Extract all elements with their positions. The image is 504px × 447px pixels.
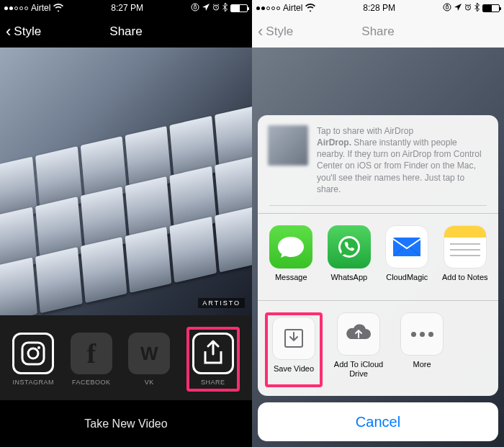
share-label: VK xyxy=(145,379,154,386)
cloudmagic-icon xyxy=(385,225,428,268)
back-label: Style xyxy=(266,24,293,39)
share-message-button[interactable]: Message xyxy=(264,225,318,292)
action-label: Add To iCloud Drive xyxy=(331,360,386,379)
svg-point-3 xyxy=(28,348,38,358)
save-video-icon xyxy=(272,317,315,360)
airdrop-section[interactable]: Tap to share with AirDrop AirDrop. Share… xyxy=(258,115,498,205)
svg-rect-2 xyxy=(22,343,44,364)
app-label: Add to Notes xyxy=(442,273,488,292)
cancel-button[interactable]: Cancel xyxy=(258,402,498,441)
highlight-save-video: Save Video xyxy=(265,312,323,387)
bluetooth-icon xyxy=(222,3,228,13)
clock-label: 8:27 PM xyxy=(111,3,143,13)
carrier-label: Airtel xyxy=(283,3,302,13)
alarm-icon xyxy=(464,4,472,12)
share-icon xyxy=(192,333,234,374)
share-label: SHARE xyxy=(201,379,225,386)
action-row: Save Video Add To iCloud Drive xyxy=(258,301,498,396)
message-icon xyxy=(269,225,312,268)
highlight-share: SHARE xyxy=(186,327,240,392)
airdrop-text: Tap to share with AirDrop AirDrop. Share… xyxy=(317,125,487,195)
whatsapp-icon xyxy=(328,225,371,268)
app-share-row: Message WhatsApp CloudMagi xyxy=(258,214,498,300)
action-label: Save Video xyxy=(274,364,314,383)
app-label: WhatsApp xyxy=(330,273,367,292)
more-button[interactable]: More xyxy=(395,312,449,387)
carrier-label: Airtel xyxy=(31,3,50,13)
nav-bar: ‹ Style Share xyxy=(0,16,252,48)
svg-rect-8 xyxy=(393,238,420,256)
phone-left: Airtel 8:27 PM xyxy=(0,0,252,447)
share-sheet: Tap to share with AirDrop AirDrop. Share… xyxy=(258,115,498,441)
clock-label: 8:28 PM xyxy=(363,3,395,13)
more-icon xyxy=(400,312,444,356)
share-facebook-button[interactable]: f FACEBOOK xyxy=(71,333,112,386)
share-instagram-button[interactable]: INSTAGRAM xyxy=(12,333,54,386)
back-label: Style xyxy=(14,24,41,39)
chevron-left-icon: ‹ xyxy=(258,24,263,40)
app-label: CloudMagic xyxy=(386,273,428,292)
back-button[interactable]: ‹ Style xyxy=(258,24,293,40)
watermark-label: ARTISTO xyxy=(198,298,245,308)
notes-icon xyxy=(444,225,487,268)
background-preview: Tap to share with AirDrop AirDrop. Share… xyxy=(252,48,504,447)
status-bar: Airtel 8:28 PM xyxy=(252,0,504,16)
instagram-icon xyxy=(12,333,54,374)
share-options-row: INSTAGRAM f FACEBOOK W VK SHARE xyxy=(0,315,252,400)
wifi-icon xyxy=(305,4,315,13)
page-title: Share xyxy=(109,24,142,39)
phone-right: Airtel 8:28 PM xyxy=(252,0,504,447)
bluetooth-icon xyxy=(474,3,480,13)
icloud-drive-button[interactable]: Add To iCloud Drive xyxy=(331,312,386,387)
location-icon xyxy=(454,4,462,12)
svg-point-4 xyxy=(37,346,40,349)
orientation-lock-icon xyxy=(191,3,199,13)
share-vk-button[interactable]: W VK xyxy=(128,333,170,386)
share-label: FACEBOOK xyxy=(72,379,111,386)
wifi-icon xyxy=(53,4,63,13)
save-video-button[interactable]: Save Video xyxy=(269,317,318,383)
share-label: INSTAGRAM xyxy=(13,379,54,386)
location-icon xyxy=(202,4,210,12)
vk-icon: W xyxy=(128,333,170,374)
cloud-upload-icon xyxy=(337,312,380,356)
alarm-icon xyxy=(212,4,220,12)
take-new-video-button[interactable]: Take New Video xyxy=(0,400,252,447)
share-notes-button[interactable]: Add to Notes xyxy=(438,225,492,292)
share-system-button[interactable]: SHARE xyxy=(192,333,234,386)
battery-icon xyxy=(230,4,248,12)
app-label: Message xyxy=(275,273,307,292)
action-label: More xyxy=(413,360,431,379)
chevron-left-icon: ‹ xyxy=(6,24,11,40)
signal-dots-icon xyxy=(256,6,280,10)
facebook-icon: f xyxy=(71,333,112,374)
signal-dots-icon xyxy=(4,6,28,10)
share-whatsapp-button[interactable]: WhatsApp xyxy=(323,225,376,292)
status-bar: Airtel 8:27 PM xyxy=(0,0,252,16)
video-preview: ARTISTO xyxy=(0,48,252,315)
battery-icon xyxy=(482,4,500,12)
nav-bar: ‹ Style Share xyxy=(252,16,504,48)
share-cloudmagic-button[interactable]: CloudMagic xyxy=(380,225,433,292)
airdrop-thumbnail xyxy=(268,125,308,166)
page-title: Share xyxy=(361,24,394,39)
back-button[interactable]: ‹ Style xyxy=(6,24,41,40)
orientation-lock-icon xyxy=(443,3,451,13)
